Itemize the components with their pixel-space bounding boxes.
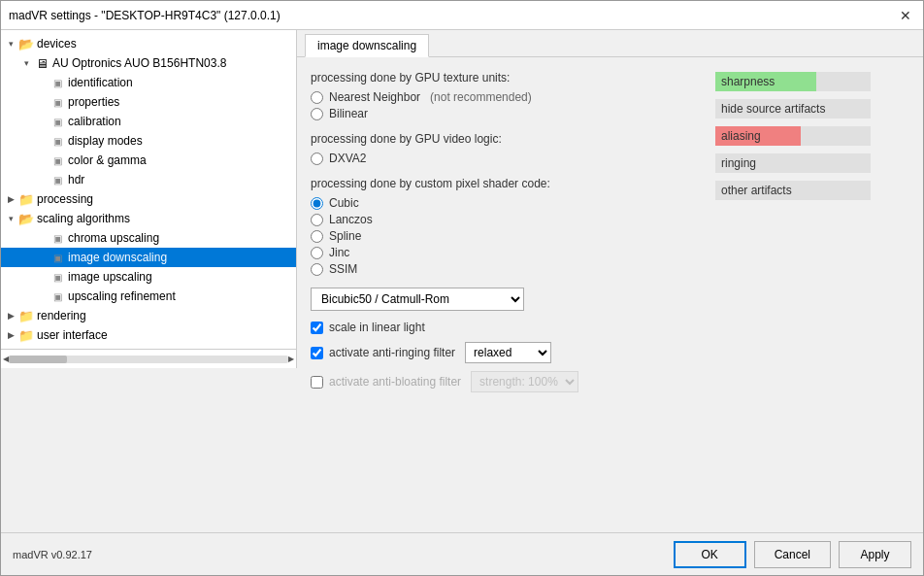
sidebar-item-properties[interactable]: ▣properties — [1, 92, 296, 112]
sidebar-item-label: display modes — [68, 134, 143, 148]
panel-body: processing done by GPU texture units: Ne… — [297, 57, 923, 532]
gpu-texture-group: Nearest Neighbor(not recommended)Bilinea… — [311, 90, 696, 120]
quality-label-aliasing: aliasing — [715, 129, 767, 143]
quality-bar-hide-source-artifacts: hide source artifacts — [715, 99, 871, 119]
scale-linear-light-label: scale in linear light — [329, 321, 425, 334]
radio-item-ssim: SSIM — [311, 262, 696, 276]
sidebar-item-label: image upscaling — [68, 270, 152, 284]
sidebar-item-identification[interactable]: ▣identification — [1, 73, 296, 92]
document-icon: ▣ — [50, 288, 65, 304]
sidebar-item-devices[interactable]: ▾📂devices — [1, 34, 296, 53]
anti-ringing-dropdown[interactable]: relaxednormalaggressive — [465, 342, 551, 363]
folder-icon: 📁 — [18, 327, 34, 343]
anti-ringing-checkbox[interactable] — [311, 347, 323, 359]
radio-cubic[interactable] — [311, 197, 323, 210]
expand-arrow-devices[interactable]: ▾ — [5, 38, 16, 50]
sidebar-item-label: scaling algorithms — [37, 212, 130, 225]
sidebar-item-scaling-algorithms[interactable]: ▾📂scaling algorithms — [1, 209, 296, 228]
gpu-video-group: DXVA2 — [311, 152, 696, 165]
radio-bilinear[interactable] — [311, 108, 323, 120]
sidebar-item-au-optronics[interactable]: ▾🖥AU Optronics AUO B156HTN03.8 — [1, 53, 296, 73]
radio-label-lanczos: Lanczos — [329, 213, 373, 226]
radio-item-lanczos: Lanczos — [311, 213, 696, 226]
gpu-texture-label: processing done by GPU texture units: — [311, 71, 696, 85]
radio-jinc[interactable] — [311, 247, 323, 259]
expand-arrow-processing[interactable]: ▶ — [5, 193, 16, 205]
radio-item-nearest-neighbor: Nearest Neighbor(not recommended) — [311, 90, 696, 104]
radio-item-spline: Spline — [311, 229, 696, 243]
document-icon: ▣ — [50, 230, 65, 246]
sidebar-item-label: color & gamma — [68, 153, 147, 167]
quality-item-other-artifacts: other artifacts — [715, 180, 909, 201]
sidebar-item-label: user interface — [37, 328, 108, 342]
radio-nearest-neighbor[interactable] — [311, 91, 323, 104]
document-icon: ▣ — [50, 172, 65, 187]
sidebar-item-color-gamma[interactable]: ▣color & gamma — [1, 151, 296, 170]
radio-lanczos[interactable] — [311, 214, 323, 226]
settings-column: processing done by GPU texture units: Ne… — [311, 71, 696, 519]
quality-label-ringing: ringing — [715, 156, 762, 170]
radio-ssim[interactable] — [311, 263, 323, 276]
document-icon: ▣ — [50, 94, 65, 110]
quality-item-ringing: ringing — [715, 152, 909, 174]
scale-linear-light-checkbox[interactable] — [311, 322, 323, 334]
sidebar-scrollbar[interactable]: ◀ ▶ — [1, 349, 297, 368]
radio-item-jinc: Jinc — [311, 246, 696, 259]
cancel-button[interactable]: Cancel — [754, 541, 831, 568]
main-content: ▾📂devices▾🖥AU Optronics AUO B156HTN03.8▣… — [1, 30, 923, 532]
anti-bloating-checkbox[interactable] — [311, 376, 323, 389]
sidebar-item-calibration[interactable]: ▣calibration — [1, 112, 296, 131]
sidebar-item-upscaling-refinement[interactable]: ▣upscaling refinement — [1, 287, 296, 306]
anti-bloating-row: activate anti-bloating filter strength: … — [311, 371, 696, 392]
sidebar-item-label: rendering — [37, 309, 86, 322]
sidebar-item-label: image downscaling — [68, 251, 167, 264]
quality-label-sharpness: sharpness — [715, 75, 780, 88]
sidebar-item-processing[interactable]: ▶📁processing — [1, 189, 296, 209]
scrollbar-thumb[interactable] — [9, 356, 67, 363]
quality-item-sharpness: sharpness — [715, 71, 909, 92]
scroll-right-button[interactable]: ▶ — [288, 355, 294, 363]
sidebar-item-hdr[interactable]: ▣hdr — [1, 170, 296, 189]
custom-shader-group: CubicLanczosSplineJincSSIM — [311, 196, 696, 276]
sidebar-item-image-upscaling[interactable]: ▣image upscaling — [1, 267, 296, 287]
tab-bar: image downscaling — [297, 30, 923, 57]
expand-arrow-rendering[interactable]: ▶ — [5, 310, 16, 322]
tab-image-downscaling[interactable]: image downscaling — [305, 34, 429, 57]
sidebar-item-label: devices — [37, 37, 77, 51]
window-title: madVR settings - "DESKTOP-HR9T4C3" (127.… — [9, 9, 280, 22]
sidebar-item-user-interface[interactable]: ▶📁user interface — [1, 325, 296, 345]
custom-shader-label: processing done by custom pixel shader c… — [311, 177, 696, 190]
button-group: OK Cancel Apply — [674, 541, 911, 568]
expand-arrow-user-interface[interactable]: ▶ — [5, 329, 16, 341]
anti-ringing-row: activate anti-ringing filter relaxednorm… — [311, 342, 696, 363]
title-bar: madVR settings - "DESKTOP-HR9T4C3" (127.… — [1, 1, 923, 30]
sidebar-item-label: upscaling refinement — [68, 289, 176, 303]
quality-bar-other-artifacts: other artifacts — [715, 181, 871, 200]
apply-button[interactable]: Apply — [839, 541, 911, 568]
document-icon: ▣ — [50, 133, 65, 149]
radio-item-cubic: Cubic — [311, 196, 696, 210]
ok-button[interactable]: OK — [674, 541, 746, 568]
sidebar-item-image-downscaling[interactable]: ▣image downscaling — [1, 248, 296, 267]
radio-item-dxva2: DXVA2 — [311, 152, 696, 165]
version-label: madVR v0.92.17 — [13, 549, 92, 560]
quality-column: sharpnesshide source artifactsaliasingri… — [715, 71, 909, 519]
sidebar-item-chroma-upscaling[interactable]: ▣chroma upscaling — [1, 228, 296, 248]
quality-bar-sharpness: sharpness — [715, 72, 871, 91]
expand-arrow-au-optronics[interactable]: ▾ — [20, 57, 32, 69]
expand-arrow-scaling-algorithms[interactable]: ▾ — [5, 213, 16, 224]
sidebar-item-rendering[interactable]: ▶📁rendering — [1, 306, 296, 325]
algorithm-dropdown[interactable]: Bicubic50 / Catmull-RomBicubic75Bicubic1… — [311, 288, 524, 311]
radio-label-dxva2: DXVA2 — [329, 152, 366, 165]
radio-dxva2[interactable] — [311, 152, 323, 165]
sidebar-item-label: properties — [68, 95, 119, 109]
radio-spline[interactable] — [311, 230, 323, 243]
document-icon: ▣ — [50, 75, 65, 90]
document-icon: ▣ — [50, 250, 65, 265]
radio-item-bilinear: Bilinear — [311, 107, 696, 120]
scrollbar-track[interactable] — [9, 356, 288, 363]
anti-bloating-dropdown: strength: 100%strength: 75%strength: 50% — [471, 371, 578, 392]
sidebar-item-display-modes[interactable]: ▣display modes — [1, 131, 296, 151]
close-button[interactable]: ✕ — [896, 8, 915, 23]
radio-note-nearest-neighbor: (not recommended) — [430, 90, 532, 104]
